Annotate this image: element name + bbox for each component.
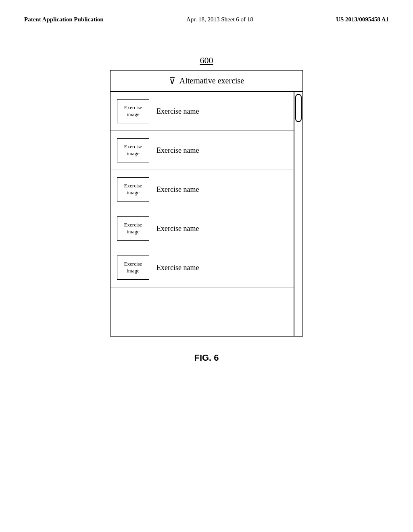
list-item[interactable]: Exerciseimage Exercise name <box>111 92 294 131</box>
diagram-number: 600 <box>24 55 389 66</box>
page-container: Patent Application Publication Apr. 18, … <box>0 0 413 532</box>
exercise-image-box: Exerciseimage <box>117 138 149 162</box>
list-item[interactable]: Exerciseimage Exercise name <box>111 131 294 170</box>
exercise-image-box: Exerciseimage <box>117 216 149 241</box>
alternative-exercise-icon: ⊽ <box>169 77 175 85</box>
exercise-name: Exercise name <box>156 185 199 194</box>
list-item[interactable]: Exerciseimage Exercise name <box>111 170 294 209</box>
page-header: Patent Application Publication Apr. 18, … <box>24 16 389 23</box>
exercise-name: Exercise name <box>156 264 199 272</box>
device-header-bar: ⊽ Alternative exercise <box>111 71 302 92</box>
exercise-image-box: Exerciseimage <box>117 256 149 280</box>
list-item[interactable]: Exerciseimage Exercise name <box>111 248 294 287</box>
exercise-list: Exerciseimage Exercise name Exerciseimag… <box>111 92 302 336</box>
exercise-image-box: Exerciseimage <box>117 99 149 123</box>
header-patent-number: US 2013/0095458 A1 <box>336 16 389 23</box>
list-item[interactable]: Exerciseimage Exercise name <box>111 209 294 248</box>
exercise-name: Exercise name <box>156 107 199 116</box>
exercise-name: Exercise name <box>156 224 199 233</box>
figure-label: FIG. 6 <box>24 353 389 363</box>
header-publication-label: Patent Application Publication <box>24 16 104 23</box>
device-empty-space <box>111 287 294 336</box>
device-mockup: ⊽ Alternative exercise Exerciseimage Exe… <box>110 70 303 337</box>
exercise-image-box: Exerciseimage <box>117 177 149 202</box>
exercise-name: Exercise name <box>156 146 199 155</box>
header-date-sheet: Apr. 18, 2013 Sheet 6 of 18 <box>186 16 253 23</box>
scrollbar-thumb[interactable] <box>295 94 302 122</box>
scrollbar-track[interactable] <box>294 92 302 336</box>
device-header-title: Alternative exercise <box>179 76 244 85</box>
